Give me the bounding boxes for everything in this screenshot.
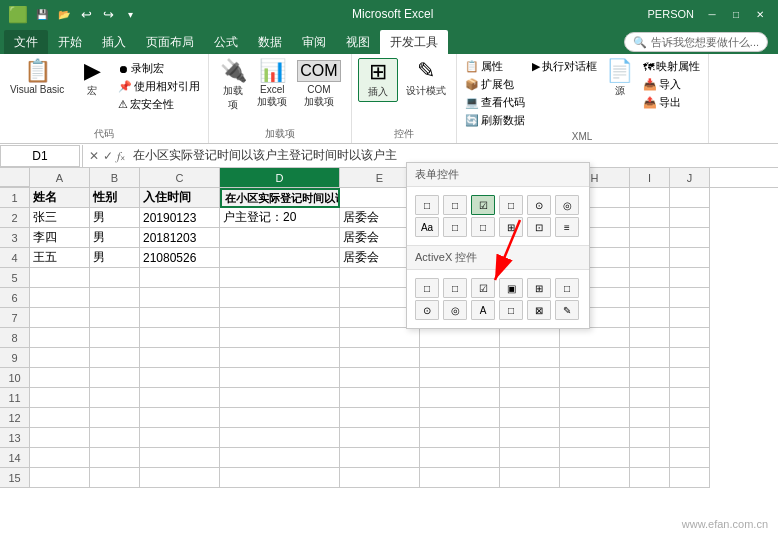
redo-icon[interactable]: ↪	[100, 6, 116, 22]
macro-security-button[interactable]: ⚠ 宏安全性	[116, 96, 202, 113]
row-header-15[interactable]: 15	[0, 468, 30, 488]
row-header-14[interactable]: 14	[0, 448, 30, 468]
cell-b4[interactable]: 男	[90, 248, 140, 268]
add-in-button[interactable]: 🔌 加载项	[215, 58, 251, 114]
map-prop-button[interactable]: 🗺映射属性	[641, 58, 702, 75]
visual-basic-button[interactable]: 📋 Visual Basic	[6, 58, 68, 97]
cell-b5[interactable]	[90, 268, 140, 288]
ax-ctrl-btn-6[interactable]: ⊙	[415, 300, 439, 320]
form-ctrl-btn-3[interactable]: □	[499, 195, 523, 215]
tab-formula[interactable]: 公式	[204, 30, 248, 54]
col-header-b[interactable]: B	[90, 168, 140, 187]
row-header-6[interactable]: 6	[0, 288, 30, 308]
cell-c2[interactable]: 20190123	[140, 208, 220, 228]
form-ctrl-btn-0[interactable]: □	[415, 195, 439, 215]
cell-j5[interactable]	[670, 268, 710, 288]
row-header-4[interactable]: 4	[0, 248, 30, 268]
col-header-a[interactable]: A	[30, 168, 90, 187]
cell-d5[interactable]	[220, 268, 340, 288]
cell-b1[interactable]: 性别	[90, 188, 140, 208]
ax-ctrl-btn-11[interactable]: ✎	[555, 300, 579, 320]
insert-control-button[interactable]: ⊞ 插入	[358, 58, 398, 102]
cell-b3[interactable]: 男	[90, 228, 140, 248]
col-header-i[interactable]: I	[630, 168, 670, 187]
cell-i3[interactable]	[630, 228, 670, 248]
ax-ctrl-btn-1[interactable]: □	[443, 278, 467, 298]
form-ctrl-btn-8[interactable]: □	[471, 217, 495, 237]
row-header-3[interactable]: 3	[0, 228, 30, 248]
cell-j2[interactable]	[670, 208, 710, 228]
ax-ctrl-btn-0[interactable]: □	[415, 278, 439, 298]
row-header-2[interactable]: 2	[0, 208, 30, 228]
customize-icon[interactable]: ▾	[122, 6, 138, 22]
form-ctrl-btn-5[interactable]: ◎	[555, 195, 579, 215]
cell-a3[interactable]: 李四	[30, 228, 90, 248]
cell-c4[interactable]: 21080526	[140, 248, 220, 268]
tab-data[interactable]: 数据	[248, 30, 292, 54]
cancel-formula-icon[interactable]: ✕	[89, 149, 99, 163]
cell-c3[interactable]: 20181203	[140, 228, 220, 248]
form-ctrl-btn-9[interactable]: ⊞	[499, 217, 523, 237]
tab-home[interactable]: 开始	[48, 30, 92, 54]
row-header-9[interactable]: 9	[0, 348, 30, 368]
form-ctrl-btn-11[interactable]: ≡	[555, 217, 579, 237]
insert-formula-icon[interactable]: 𝑓ₓ	[117, 149, 125, 163]
form-ctrl-btn-4[interactable]: ⊙	[527, 195, 551, 215]
cell-reference-input[interactable]	[0, 145, 80, 167]
cell-c1[interactable]: 入住时间	[140, 188, 220, 208]
cell-a1[interactable]: 姓名	[30, 188, 90, 208]
import-button[interactable]: 📥导入	[641, 76, 702, 93]
ax-ctrl-btn-10[interactable]: ⊠	[527, 300, 551, 320]
cell-d4[interactable]	[220, 248, 340, 268]
row-header-11[interactable]: 11	[0, 388, 30, 408]
row-header-5[interactable]: 5	[0, 268, 30, 288]
row-header-1[interactable]: 1	[0, 188, 30, 208]
cell-b2[interactable]: 男	[90, 208, 140, 228]
row-header-10[interactable]: 10	[0, 368, 30, 388]
cell-i2[interactable]	[630, 208, 670, 228]
cell-a2[interactable]: 张三	[30, 208, 90, 228]
macro-button[interactable]: ▶ 宏	[72, 58, 112, 100]
tell-me-box[interactable]: 🔍 告诉我您想要做什么...	[624, 32, 768, 52]
cell-d3[interactable]	[220, 228, 340, 248]
excel-addin-button[interactable]: 📊 Excel加载项	[253, 58, 291, 111]
open-icon[interactable]: 📂	[56, 6, 72, 22]
form-ctrl-btn-10[interactable]: ⊡	[527, 217, 551, 237]
cell-j3[interactable]	[670, 228, 710, 248]
ax-ctrl-btn-7[interactable]: ◎	[443, 300, 467, 320]
row-header-12[interactable]: 12	[0, 408, 30, 428]
tab-file[interactable]: 文件	[4, 30, 48, 54]
row-header-13[interactable]: 13	[0, 428, 30, 448]
form-ctrl-btn-2[interactable]: ☑	[471, 195, 495, 215]
row-header-7[interactable]: 7	[0, 308, 30, 328]
refresh-data-button[interactable]: 🔄刷新数据	[463, 112, 527, 129]
maximize-button[interactable]: □	[726, 6, 746, 22]
cell-j4[interactable]	[670, 248, 710, 268]
undo-icon[interactable]: ↩	[78, 6, 94, 22]
tab-view[interactable]: 视图	[336, 30, 380, 54]
row-header-8[interactable]: 8	[0, 328, 30, 348]
source-button[interactable]: 📄 源	[602, 58, 638, 100]
save-icon[interactable]: 💾	[34, 6, 50, 22]
cell-c5[interactable]	[140, 268, 220, 288]
com-addin-button[interactable]: COM COM加载项	[293, 58, 344, 111]
cell-i4[interactable]	[630, 248, 670, 268]
ax-ctrl-btn-3[interactable]: ▣	[499, 278, 523, 298]
cell-a5[interactable]	[30, 268, 90, 288]
minimize-button[interactable]: ─	[702, 6, 722, 22]
form-ctrl-btn-1[interactable]: □	[443, 195, 467, 215]
form-ctrl-btn-7[interactable]: □	[443, 217, 467, 237]
col-header-j[interactable]: J	[670, 168, 710, 187]
ax-ctrl-btn-8[interactable]: A	[471, 300, 495, 320]
cell-j1[interactable]	[670, 188, 710, 208]
tab-review[interactable]: 审阅	[292, 30, 336, 54]
col-header-d[interactable]: D	[220, 168, 340, 187]
view-code-button[interactable]: 💻查看代码	[463, 94, 527, 111]
corner-cell[interactable]	[0, 168, 30, 187]
design-mode-button[interactable]: ✎ 设计模式	[402, 58, 450, 100]
confirm-formula-icon[interactable]: ✓	[103, 149, 113, 163]
form-ctrl-btn-6[interactable]: Aa	[415, 217, 439, 237]
tab-developer[interactable]: 开发工具	[380, 30, 448, 54]
use-relative-button[interactable]: 📌 使用相对引用	[116, 78, 202, 95]
tab-page-layout[interactable]: 页面布局	[136, 30, 204, 54]
